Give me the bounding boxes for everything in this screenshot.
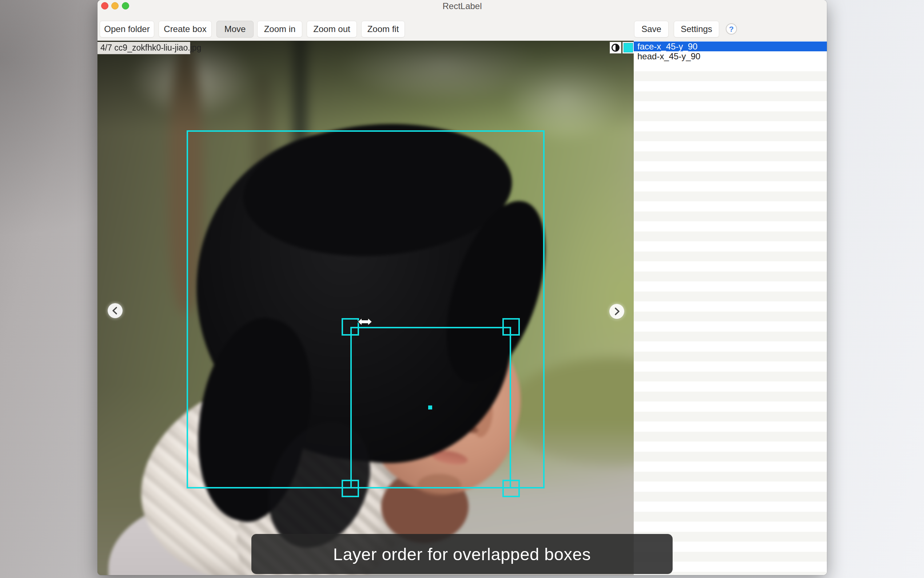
- labels-sidebar: face-x_45-y_90 head-x_45-y_90: [634, 41, 827, 575]
- contrast-toggle-button[interactable]: [610, 42, 621, 54]
- contrast-icon: [612, 44, 620, 52]
- window-title: RectLabel: [97, 1, 827, 11]
- filename-badge: 4/7 cc9_zokfhk0-liu-jiao.jpg: [97, 42, 190, 54]
- chevron-left-icon: [108, 303, 123, 318]
- resize-handle[interactable]: [341, 480, 359, 497]
- label-list-item-face[interactable]: face-x_45-y_90: [634, 42, 827, 51]
- save-button[interactable]: Save: [634, 21, 668, 37]
- image-canvas[interactable]: 4/7 cc9_zokfhk0-liu-jiao.jpg: [97, 41, 634, 575]
- resize-horizontal-cursor: [357, 316, 373, 327]
- video-caption: Layer order for overlapped boxes: [251, 534, 673, 574]
- window-content: 4/7 cc9_zokfhk0-liu-jiao.jpg: [97, 41, 827, 575]
- zoom-out-button[interactable]: Zoom out: [307, 21, 357, 37]
- help-button[interactable]: ?: [726, 23, 737, 34]
- rectlabel-window: RectLabel Open folder Create box Move Zo…: [97, 0, 827, 575]
- create-box-button[interactable]: Create box: [159, 21, 212, 37]
- zoom-fit-button[interactable]: Zoom fit: [361, 21, 405, 37]
- chevron-right-icon: [609, 304, 624, 319]
- annotation-layer: [97, 41, 634, 575]
- resize-handle[interactable]: [502, 480, 520, 497]
- label-list-item-head[interactable]: head-x_45-y_90: [634, 51, 827, 61]
- move-button[interactable]: Move: [217, 21, 254, 37]
- settings-button[interactable]: Settings: [674, 21, 719, 37]
- titlebar: RectLabel Open folder Create box Move Zo…: [97, 0, 827, 41]
- label-color-swatch[interactable]: [622, 42, 634, 54]
- cyan-color-chip: [623, 43, 633, 52]
- open-folder-button[interactable]: Open folder: [100, 21, 154, 37]
- resize-handle[interactable]: [341, 318, 359, 336]
- landmark-point[interactable]: [428, 406, 432, 409]
- next-image-button[interactable]: [609, 304, 624, 319]
- previous-image-button[interactable]: [108, 303, 123, 318]
- zoom-in-button[interactable]: Zoom in: [257, 21, 302, 37]
- resize-handle[interactable]: [502, 318, 520, 336]
- desktop: { "window": { "title": "RectLabel" }, "t…: [0, 0, 924, 578]
